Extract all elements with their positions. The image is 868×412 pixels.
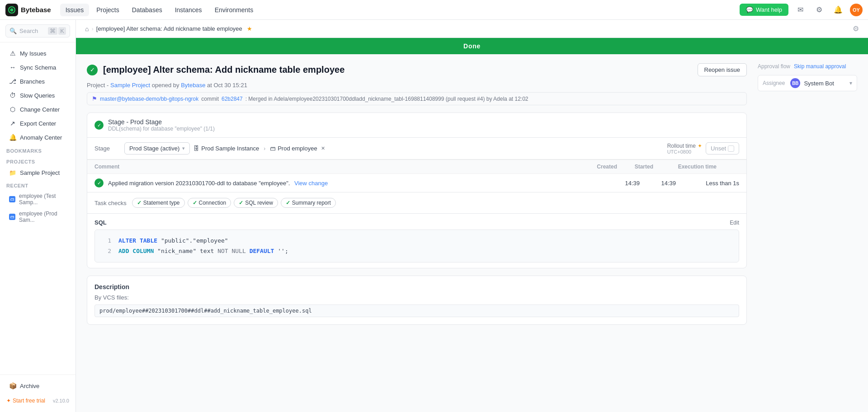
bytebase-logo-icon — [5, 4, 18, 16]
main-content: ⌂ › [employee] Alter schema: Add nicknam… — [76, 20, 868, 412]
search-icon: 🔍 — [9, 28, 17, 34]
task-check-0[interactable]: ✓ Statement type — [132, 198, 185, 208]
sidebar-nav: ⚠ My Issues ↔ Sync Schema ⎇ Branches ⏱ S… — [0, 42, 75, 375]
check-tick-icon-0: ✓ — [137, 200, 142, 206]
svg-point-2 — [10, 8, 14, 11]
description-file: prod/employee##202310301700##ddl##add_ni… — [94, 304, 739, 317]
col-exec-header: Execution time — [653, 164, 717, 170]
reopen-issue-button[interactable]: Reopen issue — [698, 63, 747, 76]
issue-meta-prefix: Project - — [87, 82, 108, 89]
sidebar-item-anomaly-center[interactable]: 🔔 Anomaly Center — [3, 131, 73, 144]
recent-item-0[interactable]: 🗃 employee (Test Samp... — [3, 191, 73, 208]
app-logo-text: Bytebase — [21, 6, 51, 14]
nav-instances[interactable]: Instances — [170, 4, 208, 16]
sidebar-item-slow-queries[interactable]: ⏱ Slow Queries — [3, 89, 73, 102]
sql-line-1: 1 ALTER TABLE "public"."employee" — [102, 235, 731, 246]
want-help-button[interactable]: 💬 Want help — [740, 4, 788, 16]
sidebar-footer: ✦ Start free trial v2.10.0 — [0, 393, 75, 408]
task-check-2[interactable]: ✓ SQL review — [234, 198, 278, 208]
nav-projects[interactable]: Projects — [91, 4, 125, 16]
bookmarks-section-title: Bookmarks — [0, 145, 75, 155]
instance-label: Prod Sample Instance — [201, 145, 259, 152]
user-avatar[interactable]: OY — [850, 4, 863, 16]
issue-status-check: ✓ — [87, 65, 98, 75]
recent-item-1[interactable]: 🗃 employee (Prod Sam... — [3, 208, 73, 225]
stage-dropdown[interactable]: Prod Stage (active) ▾ — [124, 142, 190, 154]
issue-main: ✓ [employee] Alter schema: Add nickname … — [87, 63, 747, 332]
top-nav: Bytebase Issues Projects Databases Insta… — [0, 0, 868, 20]
stage-value: Prod Stage (active) — [129, 145, 179, 152]
issue-opened-by[interactable]: Bytebase — [181, 82, 205, 89]
sync-schema-icon: ↔ — [9, 64, 16, 71]
sidebar-item-archive[interactable]: 📦 Archive — [3, 379, 73, 393]
breadcrumb: ⌂ › [employee] Alter schema: Add nicknam… — [76, 20, 868, 38]
sql-edit-button[interactable]: Edit — [730, 220, 739, 226]
issue-project-link[interactable]: Sample Project — [110, 82, 150, 89]
description-subtitle: By VCS files: — [94, 294, 739, 301]
line-num-1: 1 — [102, 235, 111, 246]
nav-issues[interactable]: Issues — [60, 4, 89, 16]
nav-environments[interactable]: Environments — [209, 4, 259, 16]
check-tick-icon-3: ✓ — [286, 200, 290, 206]
settings-icon-button[interactable]: ⚙ — [812, 3, 826, 17]
archive-icon: 📦 — [9, 382, 16, 389]
issue-sidebar-right: Approval flow Skip manual approval Assig… — [758, 63, 857, 332]
breadcrumb-settings-icon[interactable]: ⚙ — [853, 24, 859, 33]
assignee-section-label: Assignee — [763, 80, 785, 86]
slow-queries-icon: ⏱ — [9, 92, 16, 99]
issue-header: ✓ [employee] Alter schema: Add nickname … — [87, 63, 747, 76]
stage-dropdown-chevron: ▾ — [182, 145, 185, 151]
projects-section-title: Projects — [0, 155, 75, 166]
breadcrumb-star-icon[interactable]: ★ — [247, 25, 252, 32]
commit-branch-link[interactable]: master@bytebase-demo/bb-gitops-ngrok — [100, 96, 198, 102]
breadcrumb-separator: › — [91, 25, 93, 32]
check-tick-icon-1: ✓ — [193, 200, 197, 206]
commit-hash-link[interactable]: 62b2847 — [222, 96, 243, 102]
instance-icon: 🗄 — [193, 145, 199, 152]
sidebar-item-branches[interactable]: ⎇ Branches — [3, 75, 73, 88]
task-check-1[interactable]: ✓ Connection — [188, 198, 231, 208]
sidebar-item-change-center[interactable]: ⬡ Change Center — [3, 103, 73, 116]
sidebar-item-my-issues[interactable]: ⚠ My Issues — [3, 47, 73, 60]
email-icon-button[interactable]: ✉ — [793, 3, 807, 17]
stage-label: Stage — [94, 145, 117, 152]
rollout-label: Rollout time ✦ — [667, 143, 702, 149]
task-check-3[interactable]: ✓ Summary report — [281, 198, 336, 208]
issue-body: ✓ [employee] Alter schema: Add nickname … — [76, 54, 868, 412]
sql-kw-default: DEFAULT — [250, 248, 274, 254]
check-tick-icon-2: ✓ — [239, 200, 243, 206]
unset-button[interactable]: Unset — [706, 142, 739, 154]
nav-databases[interactable]: Databases — [127, 4, 168, 16]
sidebar-item-export-center[interactable]: ↗ Export Center — [3, 117, 73, 130]
sql-default-val: ''; — [278, 248, 288, 254]
task-checks-row: Task checks ✓ Statement type ✓ Connectio… — [87, 192, 746, 213]
row-created: 14:39 — [604, 180, 640, 187]
sql-code: 1 ALTER TABLE "public"."employee" 2 — [94, 229, 739, 262]
sidebar-item-sync-schema[interactable]: ↔ Sync Schema — [3, 61, 73, 74]
search-placeholder: Search — [19, 28, 38, 34]
unset-checkbox[interactable] — [728, 145, 734, 152]
view-change-link[interactable]: View change — [294, 180, 328, 187]
row-started: 14:39 — [640, 180, 676, 187]
row-exec-time: Less than 1s — [676, 180, 739, 187]
stage-instance: 🗄 Prod Sample Instance — [193, 145, 259, 152]
assignee-name: System Bot — [804, 80, 846, 87]
sql-col-name: "nick_name" text — [157, 248, 217, 254]
col-created-header: Created — [581, 164, 617, 170]
notification-icon-button[interactable]: 🔔 — [831, 3, 845, 17]
approval-label: Approval flow Skip manual approval — [758, 63, 857, 70]
commit-line: ⚑ master@bytebase-demo/bb-gitops-ngrok c… — [87, 92, 747, 105]
description-title: Description — [94, 283, 739, 290]
issue-layout: ✓ [employee] Alter schema: Add nickname … — [87, 63, 857, 332]
recent-section-title: Recent — [0, 179, 75, 190]
assignee-chevron-icon[interactable]: ▾ — [849, 80, 852, 86]
search-input[interactable]: 🔍 Search ⌘ K — [5, 24, 70, 37]
recent-icon-0: 🗃 — [9, 196, 15, 202]
breadcrumb-home-icon[interactable]: ⌂ — [85, 25, 89, 33]
branches-icon: ⎇ — [9, 78, 16, 85]
skip-manual-approval-link[interactable]: Skip manual approval — [794, 63, 846, 70]
sidebar-project-sample[interactable]: 📁 Sample Project — [3, 167, 73, 179]
issue-title: [employee] Alter schema: Add nickname ta… — [103, 65, 692, 75]
start-free-trial-button[interactable]: ✦ Start free trial — [6, 398, 45, 404]
want-help-icon: 💬 — [746, 6, 753, 13]
